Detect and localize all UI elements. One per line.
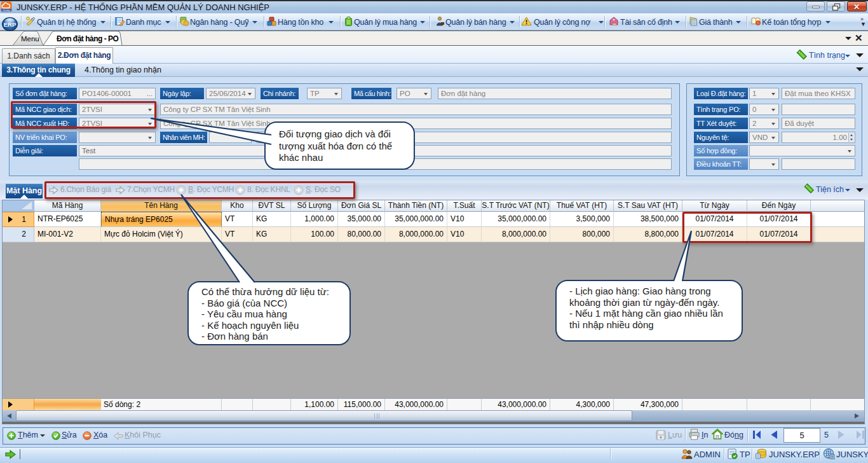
svg-text:Junsky: Junsky (3, 10, 10, 12)
